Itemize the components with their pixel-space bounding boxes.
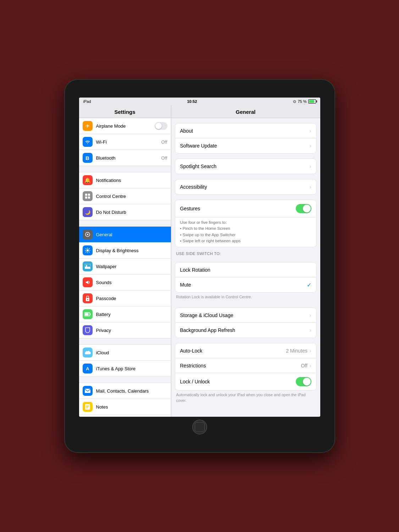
svg-point-5	[87, 234, 88, 235]
settings-row-accessibility[interactable]: Accessibility ›	[175, 179, 316, 194]
sidebar: Settings ✈ Airplane Mode Wi-Fi Off	[79, 105, 171, 417]
gestures-label: Gestures	[180, 206, 296, 211]
background-refresh-label: Background App Refresh	[180, 327, 310, 333]
sidebar-item-notifications[interactable]: 🔔 Notifications	[79, 172, 171, 188]
svg-rect-20	[90, 314, 90, 315]
passcode-label: Passcode	[96, 296, 167, 301]
wallpaper-icon	[83, 261, 93, 271]
icloud-label: iCloud	[96, 350, 167, 355]
settings-group-spotlight: Spotlight Search ›	[175, 159, 317, 174]
itunes-appstore-label: iTunes & App Store	[96, 366, 167, 371]
notifications-label: Notifications	[96, 178, 167, 183]
section-gap-4	[79, 377, 171, 383]
software-update-chevron: ›	[310, 143, 311, 149]
sidebar-item-control-centre[interactable]: Control Centre	[79, 188, 171, 204]
device-label: iPad	[83, 99, 91, 104]
wifi-icon	[83, 137, 93, 147]
gestures-info-text: Use four or five fingers to: • Pinch to …	[175, 217, 316, 247]
settings-row-lock-rotation[interactable]: Lock Rotation	[175, 262, 316, 277]
settings-row-mute[interactable]: Mute ✓	[175, 277, 316, 292]
passcode-icon	[83, 293, 93, 303]
settings-row-auto-lock[interactable]: Auto-Lock 2 Minutes ›	[175, 343, 316, 358]
sidebar-item-notes[interactable]: Notes	[79, 399, 171, 415]
auto-lock-chevron: ›	[310, 348, 311, 354]
sidebar-item-wifi[interactable]: Wi-Fi Off	[79, 134, 171, 150]
wallpaper-label: Wallpaper	[96, 264, 167, 269]
svg-rect-2	[85, 196, 87, 199]
sidebar-item-icloud[interactable]: iCloud	[79, 345, 171, 361]
accessibility-label: Accessibility	[180, 184, 310, 190]
airplane-mode-icon: ✈	[83, 121, 93, 131]
settings-group-gestures: Gestures Use four or five fingers to: • …	[175, 200, 317, 247]
mute-label: Mute	[180, 282, 307, 288]
home-button[interactable]	[192, 420, 207, 434]
sidebar-title: Settings	[79, 105, 171, 118]
display-brightness-icon	[83, 245, 93, 255]
content-area: Settings ✈ Airplane Mode Wi-Fi Off	[79, 105, 320, 417]
use-side-switch-header: USE SIDE SWITCH TO:	[171, 247, 320, 257]
settings-row-lock-unlock[interactable]: Lock / Unlock	[175, 373, 316, 390]
sidebar-item-battery[interactable]: Battery	[79, 306, 171, 322]
mute-checkmark: ✓	[307, 282, 311, 288]
settings-group-about: About › Software Update ›	[175, 123, 317, 154]
itunes-appstore-icon: A	[83, 364, 93, 373]
control-centre-label: Control Centre	[96, 194, 167, 199]
settings-row-background-refresh[interactable]: Background App Refresh ›	[175, 323, 316, 338]
gestures-toggle[interactable]	[296, 204, 311, 213]
settings-row-software-update[interactable]: Software Update ›	[175, 138, 316, 153]
sidebar-item-do-not-disturb[interactable]: 🌙 Do Not Disturb	[79, 204, 171, 220]
gestures-toggle-knob	[303, 205, 311, 212]
sidebar-item-passcode[interactable]: Passcode	[79, 290, 171, 306]
status-bar: iPad 10:52 ⊙ 75 %	[79, 98, 320, 105]
sidebar-item-airplane-mode[interactable]: ✈ Airplane Mode	[79, 118, 171, 134]
settings-row-about[interactable]: About ›	[175, 123, 316, 138]
lock-unlock-toggle[interactable]	[296, 377, 311, 386]
icloud-icon	[83, 348, 93, 358]
airplane-mode-toggle[interactable]	[155, 122, 167, 130]
lock-unlock-label: Lock / Unlock	[180, 379, 296, 384]
lock-unlock-note: Automatically lock and unlock your iPad …	[171, 390, 320, 406]
battery-fill	[309, 100, 314, 103]
svg-rect-21	[85, 313, 88, 316]
do-not-disturb-icon: 🌙	[83, 207, 93, 217]
general-label: General	[96, 232, 167, 237]
sidebar-item-general[interactable]: General	[79, 227, 171, 243]
restrictions-label: Restrictions	[180, 363, 301, 368]
settings-row-spotlight[interactable]: Spotlight Search ›	[175, 159, 316, 174]
sidebar-item-itunes-appstore[interactable]: A iTunes & App Store	[79, 361, 171, 377]
sidebar-item-mail-contacts[interactable]: Mail, Contacts, Calendars	[79, 383, 171, 399]
sounds-label: Sounds	[96, 280, 167, 285]
airplane-mode-label: Airplane Mode	[96, 123, 155, 129]
settings-row-gestures[interactable]: Gestures	[175, 200, 316, 217]
background-refresh-chevron: ›	[310, 327, 311, 333]
section-gap-1	[79, 166, 171, 172]
bluetooth-icon: B	[83, 153, 93, 163]
settings-row-storage[interactable]: Storage & iCloud Usage ›	[175, 308, 316, 323]
section-gap-3	[79, 338, 171, 345]
control-centre-icon	[83, 191, 93, 201]
svg-point-18	[87, 299, 88, 300]
battery-label: Battery	[96, 312, 167, 317]
storage-chevron: ›	[310, 312, 311, 318]
sidebar-item-sounds[interactable]: Sounds	[79, 275, 171, 290]
sidebar-item-privacy[interactable]: Privacy	[79, 322, 171, 338]
wifi-value: Off	[161, 139, 167, 145]
notes-icon	[83, 402, 93, 412]
battery-icon	[308, 99, 316, 104]
wifi-label: Wi-Fi	[96, 139, 161, 145]
bluetooth-value: Off	[161, 155, 167, 161]
notifications-icon: 🔔	[83, 175, 93, 185]
svg-line-11	[85, 249, 86, 249]
settings-row-restrictions[interactable]: Restrictions Off ›	[175, 358, 316, 373]
sidebar-item-wallpaper[interactable]: Wallpaper	[79, 259, 171, 275]
svg-line-13	[85, 252, 86, 252]
sidebar-item-reminders[interactable]: Reminders	[79, 415, 171, 417]
battery-percent: 75 %	[298, 99, 306, 104]
privacy-label: Privacy	[96, 328, 167, 333]
wifi-status-icon: ⊙	[293, 99, 296, 104]
restrictions-chevron: ›	[310, 363, 311, 368]
sidebar-item-display-brightness[interactable]: Display & Brightness	[79, 243, 171, 259]
bluetooth-label: Bluetooth	[96, 155, 161, 161]
about-chevron: ›	[310, 128, 311, 134]
sidebar-item-bluetooth[interactable]: B Bluetooth Off	[79, 150, 171, 166]
